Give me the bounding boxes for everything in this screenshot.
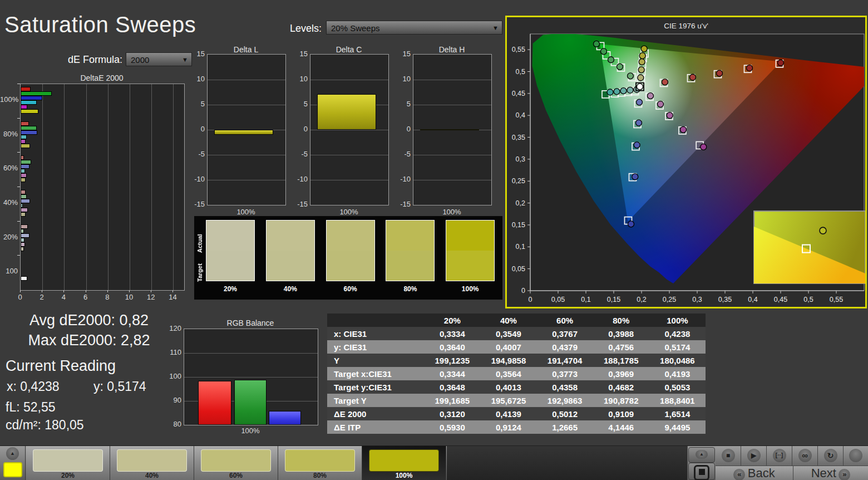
de-formula-value: 2000 bbox=[131, 55, 149, 65]
status-indicator-icon bbox=[849, 449, 862, 462]
x-tick-label: 4 bbox=[57, 293, 70, 301]
axis-tick bbox=[17, 152, 20, 153]
refresh-button[interactable]: ↻ bbox=[818, 446, 844, 466]
pattern-level-button-100%[interactable]: 100% bbox=[362, 446, 446, 480]
pattern-brackets-icon: [··] bbox=[773, 449, 786, 462]
delta-l-chart-title: Delta L bbox=[207, 45, 285, 54]
de-bar bbox=[21, 233, 29, 238]
de-bar bbox=[21, 87, 31, 91]
table-cell: 0,4358 bbox=[537, 380, 593, 394]
cie-diagram: 00,050,10,150,20,250,30,350,40,450,50,55… bbox=[507, 17, 865, 307]
levels-value: 20% Sweeps bbox=[331, 23, 380, 33]
axis-tick bbox=[151, 290, 151, 292]
delta-bar bbox=[214, 130, 273, 135]
svg-text:0,1: 0,1 bbox=[581, 296, 590, 303]
de-bar bbox=[21, 194, 27, 199]
measured-point-magenta bbox=[658, 101, 664, 107]
measured-point-red bbox=[778, 60, 784, 66]
pattern-level-button-80%[interactable]: 80% bbox=[278, 446, 362, 480]
gridline bbox=[130, 84, 130, 290]
de-bar bbox=[21, 190, 26, 194]
table-cell: 195,6725 bbox=[480, 394, 536, 407]
pattern-mode-button[interactable]: [··] bbox=[767, 446, 792, 466]
table-cell: 9,4495 bbox=[649, 420, 706, 434]
de-bar bbox=[21, 126, 37, 130]
back-button[interactable]: « Back bbox=[716, 466, 793, 480]
svg-text:0,05: 0,05 bbox=[512, 265, 525, 273]
current-color-cell: ▲ bbox=[0, 446, 26, 480]
y-tick-label: 5 bbox=[189, 100, 205, 108]
de-bar bbox=[21, 96, 42, 100]
table-cell: 0,3988 bbox=[593, 327, 649, 340]
de-bar bbox=[21, 212, 26, 217]
y-tick-label: -5 bbox=[292, 150, 308, 158]
meter-status-button[interactable] bbox=[844, 446, 868, 466]
row-label: Y bbox=[327, 354, 424, 367]
svg-text:0,35: 0,35 bbox=[718, 296, 732, 303]
table-cell: 0,3640 bbox=[424, 340, 480, 354]
rgb-bar-blue bbox=[269, 411, 301, 425]
pattern-level-button-20%[interactable]: 20% bbox=[26, 446, 110, 480]
measured-point-magenta bbox=[701, 144, 707, 150]
measured-point-blue bbox=[637, 99, 643, 105]
svg-text:0,5: 0,5 bbox=[803, 296, 813, 303]
table-cell: 0,4238 bbox=[649, 327, 706, 340]
de-formula-label: dE Formula: bbox=[33, 54, 122, 66]
stop-button[interactable]: ■ bbox=[716, 446, 741, 466]
infinity-icon: ∞ bbox=[798, 449, 812, 462]
table-header-row: 20%40%60%80%100% bbox=[327, 314, 706, 327]
pattern-level-button-60%[interactable]: 60% bbox=[194, 446, 278, 480]
pattern-level-button-40%[interactable]: 40% bbox=[110, 446, 194, 480]
next-button[interactable]: Next » bbox=[793, 466, 868, 480]
table-cell: 199,1685 bbox=[424, 394, 480, 407]
svg-text:0,3: 0,3 bbox=[692, 296, 702, 303]
transport-controls: ▲ ■ ▶ [··] ∞ ↻ « Back Next bbox=[688, 446, 868, 480]
pattern-color-swatch bbox=[369, 449, 439, 472]
measured-point-yellow bbox=[641, 46, 647, 52]
play-button[interactable]: ▶ bbox=[741, 446, 767, 466]
svg-text:0,5: 0,5 bbox=[516, 68, 525, 76]
chevron-up-icon[interactable]: ▲ bbox=[6, 447, 19, 460]
table-cell: 0,5012 bbox=[537, 407, 593, 420]
measured-point-magenta bbox=[680, 126, 687, 133]
x-axis-label: 100% bbox=[184, 427, 317, 435]
current-x-value: x: 0,4238 bbox=[7, 379, 60, 394]
levels-dropdown[interactable]: 20% Sweeps ▼ bbox=[326, 21, 502, 35]
svg-text:0,25: 0,25 bbox=[663, 296, 676, 303]
svg-text:0,2: 0,2 bbox=[637, 296, 646, 303]
y-tick-label: 15 bbox=[189, 50, 205, 58]
de-bar bbox=[21, 144, 30, 148]
table-cell: 0,3969 bbox=[593, 367, 649, 380]
de-bar bbox=[21, 238, 24, 242]
de-bar bbox=[21, 208, 28, 212]
x-tick-label: 12 bbox=[144, 293, 157, 301]
display-window-button[interactable] bbox=[688, 463, 715, 480]
table-cell: 0,3773 bbox=[537, 367, 593, 380]
target-swatch bbox=[206, 251, 254, 281]
table-row: y: CIE310,36400,40070,43790,47560,5174 bbox=[327, 340, 706, 354]
de-bar bbox=[21, 139, 26, 144]
pattern-window-up-button[interactable]: ▲ bbox=[688, 447, 715, 463]
delta-c-chart-title: Delta C bbox=[310, 45, 388, 54]
de-formula-dropdown[interactable]: 2000 ▼ bbox=[126, 52, 192, 66]
svg-text:0: 0 bbox=[521, 287, 525, 295]
table-cell: 0,4379 bbox=[537, 340, 593, 354]
y-tick-label: -10 bbox=[292, 175, 308, 183]
next-button-label: Next bbox=[811, 466, 836, 480]
table-cell: 0,5053 bbox=[649, 380, 706, 394]
de-bar bbox=[21, 164, 29, 169]
de-bar bbox=[21, 135, 27, 139]
pattern-level-label: 100% bbox=[362, 472, 446, 479]
table-row: Target y:CIE310,36480,40130,43580,46820,… bbox=[327, 380, 706, 394]
row-label: Target x:CIE31 bbox=[327, 367, 424, 380]
y-tick-label: -10 bbox=[189, 175, 205, 183]
chevron-up-icon: ▲ bbox=[696, 450, 708, 459]
current-color-swatch[interactable] bbox=[3, 462, 22, 477]
continuous-read-button[interactable]: ∞ bbox=[792, 446, 818, 466]
svg-text:0,55: 0,55 bbox=[512, 46, 525, 53]
axis-tick bbox=[17, 187, 20, 187]
measured-point-red bbox=[690, 74, 696, 80]
gridline bbox=[310, 80, 388, 80]
table-cell: 0,5174 bbox=[649, 340, 706, 354]
table-row: Y199,1235194,9858191,4704188,1785180,048… bbox=[327, 354, 706, 367]
